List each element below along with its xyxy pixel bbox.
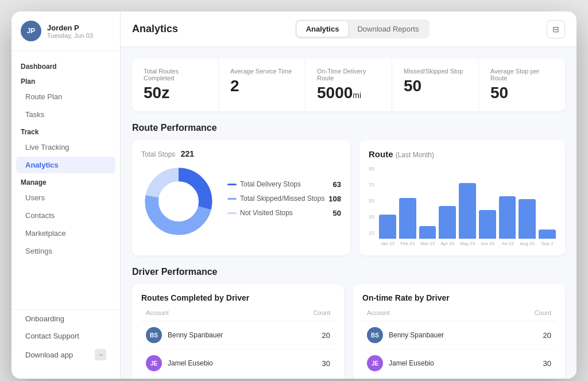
bar-label-apr: Apr 23 (439, 241, 456, 246)
total-stops-count: 221 (181, 149, 194, 158)
page-title: Analytics (132, 23, 178, 35)
sidebar-item-contact-support[interactable]: Contact Support (16, 328, 115, 344)
main-content: Analytics Analytics Download Reports ⊟ T… (121, 11, 577, 379)
legend-dot-not-visited (227, 212, 237, 214)
tab-download-reports[interactable]: Download Reports (348, 21, 428, 37)
bar-may (459, 183, 476, 239)
nav-label-manage: Manage (11, 174, 120, 189)
content-area: Total Routes Completed 50z Average Servi… (121, 47, 577, 379)
app-window: JP Jorden P Tuesday, Jun 03 Dashboard Pl… (11, 11, 577, 379)
donut-chart (141, 164, 216, 239)
table-row: FDFlorencio Dorrance 50 (362, 378, 556, 379)
sidebar-item-marketplace[interactable]: Marketplace (16, 225, 115, 242)
sidebar-item-settings[interactable]: Settings (16, 243, 115, 259)
bar-jul (499, 196, 516, 239)
bar-sep (539, 230, 556, 239)
stat-ontime-delivery: On-Time Delivery Route 5000mi (305, 59, 392, 111)
bar-chart: 90 70 50 30 10 (369, 166, 556, 246)
table-row: BSBenny Spanbauer 20 (362, 321, 556, 349)
tab-analytics[interactable]: Analytics (297, 21, 349, 37)
stat-avg-service-time: Average Service Time 2 (219, 59, 305, 111)
sidebar-item-contacts[interactable]: Contacts (16, 207, 115, 224)
legend-delivery-stops: Total Delivery Stops 63 (227, 180, 341, 189)
bar-apr (439, 206, 456, 239)
sidebar-bottom: Onboarding Contact Support Download app … (11, 309, 120, 370)
table-row: JEJamel Eusebio 30 (362, 349, 556, 378)
donut-section: Total Delivery Stops 63 Total Skipped/Mi… (141, 164, 341, 239)
routes-table-body: BSBenny Spanbauer 20 JEJamel Eusebio 30 … (141, 321, 335, 379)
sidebar-item-download-app[interactable]: Download app → (16, 345, 115, 364)
top-bar: Analytics Analytics Download Reports ⊟ (121, 11, 577, 47)
total-stops-label: Total Stops 221 (141, 149, 341, 158)
bar-label-may: May 23 (459, 241, 476, 246)
bar-chart-title: Route (Last Month) (369, 149, 556, 159)
driver-panels-row: Routes Completed by Driver Account Count… (132, 284, 565, 379)
bar-label-mar: Mar 23 (419, 241, 436, 246)
ontime-rate-panel: On-time Rate by Driver Account Count BSB… (353, 284, 565, 379)
tab-group: Analytics Download Reports (295, 20, 430, 38)
bar-jun (479, 210, 496, 239)
driver-performance-heading: Driver Performance (132, 267, 565, 277)
user-name: Jorden P (47, 24, 93, 32)
sidebar: JP Jorden P Tuesday, Jun 03 Dashboard Pl… (11, 11, 121, 379)
legend-skipped-stops: Total Skipped/Missed Stops 108 (227, 195, 341, 203)
bar-label-jun: Jun 23 (479, 241, 496, 246)
ontime-table-body: BSBenny Spanbauer 20 JEJamel Eusebio 30 … (362, 321, 556, 379)
bar-label-jul: Jul 23 (499, 241, 516, 246)
ontime-table-header: Account Count (362, 309, 556, 321)
bar-feb (399, 198, 416, 239)
routes-table-header: Account Count (141, 309, 335, 321)
user-section: JP Jorden P Tuesday, Jun 03 (11, 21, 120, 51)
nav-label-plan: Plan (11, 73, 120, 88)
sidebar-item-onboarding[interactable]: Onboarding (16, 310, 115, 327)
table-row: BSBenny Spanbauer 20 (141, 321, 335, 349)
filter-button[interactable]: ⊟ (547, 20, 565, 38)
user-date: Tuesday, Jun 03 (47, 32, 93, 39)
download-arrow-icon: → (95, 349, 106, 360)
bar-label-aug: Aug 23 (519, 241, 536, 246)
table-row: JEJamel Eusebio 30 (141, 349, 335, 378)
legend-not-visited: Not Visited Stops 50 (227, 209, 341, 217)
stat-avg-stop-per-route: Average Stop per Route 50 (479, 59, 565, 111)
sidebar-item-analytics[interactable]: Analytics (16, 157, 115, 173)
table-row: FDFlorencio Dorrance 50 (141, 378, 335, 379)
bar-label-jan: Jan 23 (379, 241, 396, 246)
sidebar-item-tasks[interactable]: Tasks (16, 106, 115, 123)
nav-label-dashboard: Dashboard (11, 58, 120, 73)
ontime-panel-title: On-time Rate by Driver (362, 293, 556, 302)
nav-label-track: Track (11, 123, 120, 138)
sidebar-item-live-tracking[interactable]: Live Tracking (16, 139, 115, 155)
bar-chart-panel: Route (Last Month) 90 70 50 30 10 (359, 140, 565, 255)
bar-label-feb: Feb 23 (399, 241, 416, 246)
bar-mar (419, 226, 436, 239)
donut-legend: Total Delivery Stops 63 Total Skipped/Mi… (227, 180, 341, 223)
avatar: JP (21, 21, 41, 41)
legend-dot-skipped (227, 198, 237, 200)
legend-dot-delivery (227, 184, 237, 185)
sidebar-item-users[interactable]: Users (16, 189, 115, 206)
route-performance-heading: Route Performance (132, 123, 565, 133)
sidebar-item-route-plan[interactable]: Route Plan (16, 88, 115, 105)
stat-missed-skipped: Missed/Skipped Stop 50 (392, 59, 479, 111)
svg-point-3 (159, 182, 198, 221)
bar-aug (519, 199, 536, 239)
stat-total-routes: Total Routes Completed 50z (132, 59, 219, 111)
donut-panel: Total Stops 221 (132, 140, 350, 255)
bar-jan (379, 215, 396, 239)
bar-label-sep: Sep 2 (539, 241, 556, 246)
routes-panel-title: Routes Completed by Driver (141, 293, 335, 302)
panels-row: Total Stops 221 (132, 140, 565, 255)
routes-completed-panel: Routes Completed by Driver Account Count… (132, 284, 344, 379)
stats-row: Total Routes Completed 50z Average Servi… (132, 59, 565, 111)
